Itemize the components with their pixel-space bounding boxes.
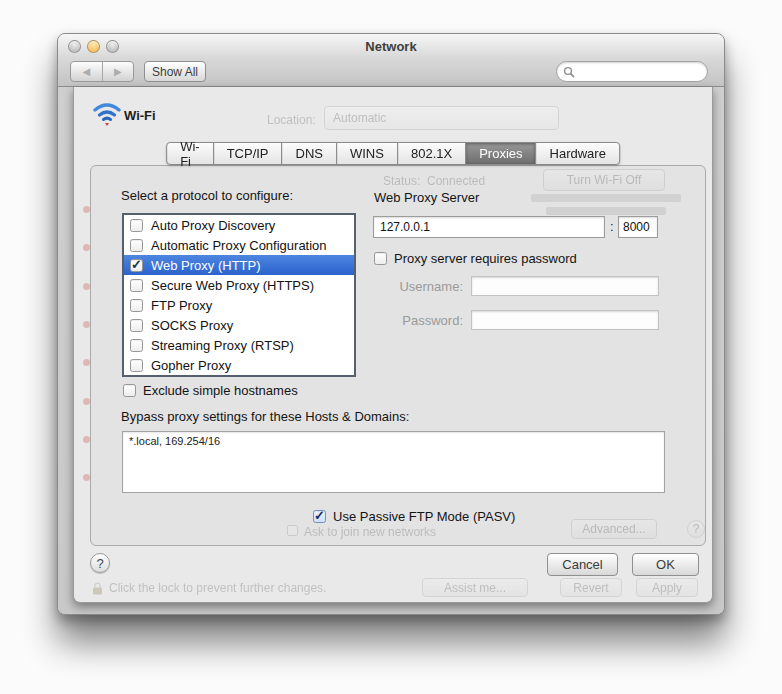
ghost-location-label: Location:: [267, 113, 316, 127]
search-icon: [563, 66, 575, 78]
ghost-ask-join-checkbox: [287, 525, 298, 536]
tab-dns[interactable]: DNS: [282, 142, 337, 165]
ghost-location-popup: Automatic: [324, 106, 559, 130]
ghost-advanced-button: Advanced...: [571, 519, 657, 539]
tab-802-1x[interactable]: 802.1X: [397, 142, 466, 165]
protocol-label: Auto Proxy Discovery: [151, 218, 275, 233]
protocol-label: FTP Proxy: [151, 298, 212, 313]
password-required-label: Proxy server requires password: [394, 251, 577, 266]
proxy-port-input[interactable]: [618, 216, 658, 238]
protocol-checkbox[interactable]: [130, 299, 143, 312]
window-title: Network: [58, 39, 724, 54]
forward-button[interactable]: ▶: [102, 62, 134, 81]
ghost-text-bar: [546, 207, 666, 215]
toolbar: ◀ ▶ Show All: [58, 61, 724, 87]
ghost-status-dot: [83, 321, 90, 328]
back-button[interactable]: ◀: [71, 62, 102, 81]
lock-icon: [92, 582, 103, 595]
ok-button[interactable]: OK: [632, 553, 699, 576]
tab-proxies[interactable]: Proxies: [465, 142, 536, 165]
username-field[interactable]: [471, 276, 659, 296]
ghost-lock-row: Click the lock to prevent further change…: [92, 581, 326, 595]
ghost-status-dot: [83, 283, 90, 290]
protocol-label: Gopher Proxy: [151, 358, 231, 373]
tab-wi-fi[interactable]: Wi-Fi: [166, 142, 214, 165]
pasv-checkbox[interactable]: [313, 510, 326, 523]
ghost-status-dot: [83, 359, 90, 366]
pasv-row[interactable]: Use Passive FTP Mode (PASV): [313, 509, 515, 524]
protocol-row[interactable]: SOCKS Proxy: [124, 315, 354, 335]
bypass-hosts-textarea[interactable]: *.local, 169.254/16: [122, 431, 665, 493]
tab-hardware[interactable]: Hardware: [536, 142, 620, 165]
username-label: Username:: [371, 279, 463, 294]
ghost-revert-button: Revert: [560, 578, 622, 597]
protocol-row[interactable]: Secure Web Proxy (HTTPS): [124, 275, 354, 295]
protocol-label: Streaming Proxy (RTSP): [151, 338, 294, 353]
protocol-checkbox[interactable]: [130, 219, 143, 232]
protocol-row[interactable]: Auto Proxy Discovery: [124, 215, 354, 235]
ghost-status-line: Status: Connected: [383, 174, 485, 188]
protocol-row[interactable]: Automatic Proxy Configuration: [124, 235, 354, 255]
password-required-checkbox[interactable]: [374, 252, 387, 265]
protocol-label: SOCKS Proxy: [151, 318, 233, 333]
wifi-icon: [92, 100, 122, 128]
bypass-title: Bypass proxy settings for these Hosts & …: [121, 409, 409, 424]
pasv-label: Use Passive FTP Mode (PASV): [333, 509, 515, 524]
ghost-apply-button: Apply: [636, 578, 698, 597]
password-field[interactable]: [471, 310, 659, 330]
ghost-help-button: ?: [687, 520, 705, 538]
exclude-hostnames-row[interactable]: Exclude simple hostnames: [123, 383, 298, 398]
password-label: Password:: [371, 313, 463, 328]
proxy-host-input[interactable]: [373, 216, 605, 238]
sheet: Wi-Fi Location: Automatic Wi-FiTCP/IPDNS…: [73, 87, 713, 603]
network-window: Network ◀ ▶ Show All: [57, 33, 725, 615]
protocol-row[interactable]: FTP Proxy: [124, 295, 354, 315]
protocol-label: Automatic Proxy Configuration: [151, 238, 327, 253]
ghost-text-bar: [531, 194, 681, 202]
protocol-checkbox[interactable]: [130, 259, 143, 272]
protocol-row[interactable]: Gopher Proxy: [124, 355, 354, 375]
ghost-status-dot: [83, 398, 90, 405]
ghost-ask-join-label: Ask to join new networks: [304, 525, 436, 539]
search-field[interactable]: [556, 61, 708, 82]
desktop-background: Network ◀ ▶ Show All: [0, 0, 782, 694]
protocol-row[interactable]: Streaming Proxy (RTSP): [124, 335, 354, 355]
proxies-panel: Status: Connected Turn Wi-Fi Off Select …: [90, 165, 706, 546]
nav-segmented-control: ◀ ▶: [70, 61, 134, 82]
window-body: Wi-Fi Location: Automatic Wi-FiTCP/IPDNS…: [58, 87, 724, 614]
help-button[interactable]: ?: [90, 553, 110, 573]
protocol-label: Web Proxy (HTTP): [151, 258, 261, 273]
search-input[interactable]: [575, 65, 701, 79]
host-port-separator: :: [610, 219, 614, 234]
ghost-assist-me-button: Assist me...: [422, 578, 528, 597]
protocol-checkbox[interactable]: [130, 239, 143, 252]
ghost-status-dot: [83, 474, 90, 481]
tab-tcp-ip[interactable]: TCP/IP: [213, 142, 283, 165]
protocol-checkbox[interactable]: [130, 319, 143, 332]
protocol-checkbox[interactable]: [130, 339, 143, 352]
interface-label: Wi-Fi: [124, 108, 156, 123]
protocol-list[interactable]: Auto Proxy DiscoveryAutomatic Proxy Conf…: [122, 213, 356, 377]
ghost-status-dot: [83, 436, 90, 443]
cancel-button[interactable]: Cancel: [547, 553, 618, 576]
ghost-status-dot: [83, 244, 90, 251]
titlebar: Network ◀ ▶ Show All: [58, 34, 724, 87]
ghost-status-dot: [83, 206, 90, 213]
ghost-turn-wifi-off-button: Turn Wi-Fi Off: [543, 169, 665, 191]
protocol-row[interactable]: Web Proxy (HTTP): [124, 255, 354, 275]
server-section-title: Web Proxy Server: [374, 190, 479, 205]
password-required-row[interactable]: Proxy server requires password: [374, 251, 577, 266]
show-all-button[interactable]: Show All: [144, 61, 206, 82]
tab-bar: Wi-FiTCP/IPDNSWINS802.1XProxiesHardware: [166, 142, 620, 165]
protocol-checkbox[interactable]: [130, 359, 143, 372]
tab-wins[interactable]: WINS: [336, 142, 398, 165]
protocol-section-title: Select a protocol to configure:: [121, 188, 293, 203]
exclude-hostnames-checkbox[interactable]: [123, 384, 136, 397]
protocol-checkbox[interactable]: [130, 279, 143, 292]
protocol-label: Secure Web Proxy (HTTPS): [151, 278, 314, 293]
exclude-hostnames-label: Exclude simple hostnames: [143, 383, 298, 398]
